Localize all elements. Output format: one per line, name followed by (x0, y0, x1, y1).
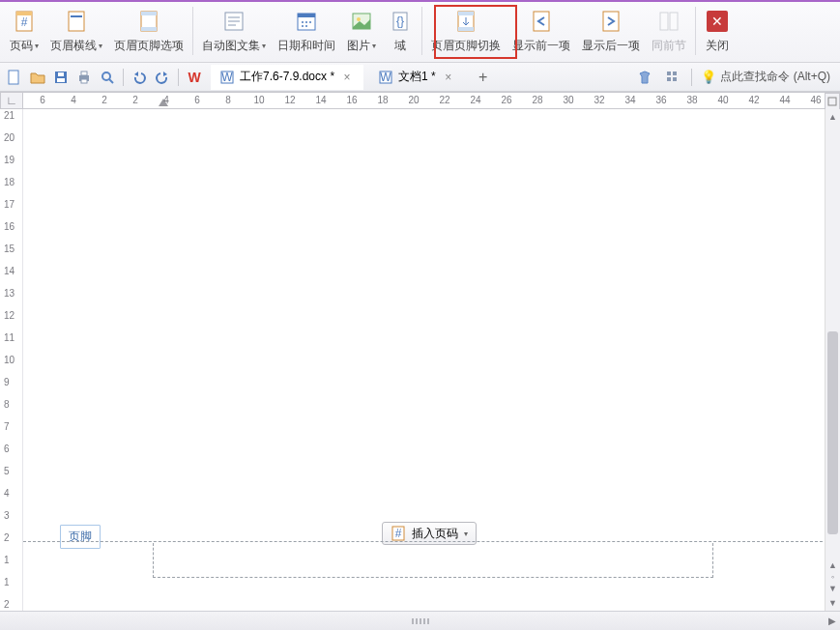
status-bar: ▶ (0, 611, 840, 630)
ruler-corner[interactable]: ∟ (0, 92, 23, 109)
ruler-tick: 26 (501, 95, 511, 105)
header-footer-options-button[interactable]: 页眉页脚选项 (108, 2, 189, 60)
tab-close-button[interactable]: × (442, 71, 455, 84)
svg-rect-26 (458, 27, 474, 31)
vertical-scrollbar[interactable]: ▲ ▲ ◦ ▼ ▼ (825, 109, 840, 611)
close-icon: ✕ (705, 9, 730, 34)
ruler-tick: 18 (4, 177, 14, 187)
svg-line-39 (109, 79, 113, 83)
svg-rect-29 (660, 13, 668, 30)
show-next-label: 显示后一项 (582, 38, 640, 54)
svg-rect-13 (298, 14, 315, 17)
header-footer-options-icon (136, 9, 161, 34)
ruler-tick: 2 (101, 95, 107, 105)
ruler-row: ∟ 64224681012141618202224262830323436384… (0, 92, 840, 109)
splitter-grip[interactable] (401, 618, 440, 624)
hf-switch-button[interactable]: 页眉页脚切换 (425, 2, 507, 60)
svg-rect-33 (57, 78, 65, 82)
scroll-up-button[interactable]: ▲ (826, 109, 840, 125)
skin-button[interactable] (634, 67, 655, 88)
qat-separator (691, 69, 692, 86)
word-doc-icon: W (379, 71, 392, 84)
svg-rect-30 (670, 13, 678, 30)
hscroll-right-button[interactable]: ▶ (828, 616, 836, 626)
ruler-tick: 12 (284, 95, 295, 105)
svg-rect-47 (673, 77, 677, 81)
redo-button[interactable] (152, 67, 173, 88)
ruler-tick: 6 (40, 95, 45, 105)
dropdown-arrow-icon: ▾ (262, 42, 266, 50)
field-label: 域 (394, 38, 406, 54)
ruler-tick: 20 (4, 132, 14, 143)
footer-boundary-line (23, 541, 823, 542)
horizontal-ruler[interactable]: 6422468101214161820222426283032343638404… (23, 92, 825, 109)
header-hline-button[interactable]: 页眉横线▾ (44, 2, 108, 60)
svg-rect-3 (69, 12, 84, 31)
svg-point-21 (357, 17, 361, 21)
svg-rect-36 (81, 72, 87, 75)
tab-doc1[interactable]: W 工作7.6-7.9.docx * × (211, 65, 363, 90)
undo-button[interactable] (129, 67, 150, 88)
same-prev-button[interactable]: 同前节 (646, 2, 692, 60)
page-nav: ▲ ◦ ▼ (826, 560, 840, 593)
scrollbar-thumb[interactable] (827, 331, 838, 534)
page-number-button[interactable]: # 页码▾ (4, 2, 44, 60)
footer-edit-region[interactable] (153, 543, 713, 578)
ruler-tick: 38 (686, 95, 697, 105)
picture-button[interactable]: 图片▾ (341, 2, 382, 60)
date-time-button[interactable]: 日期和时间 (272, 2, 341, 60)
open-button[interactable] (27, 67, 48, 88)
dropdown-arrow-icon: ▾ (372, 42, 376, 50)
side-panel-toggle[interactable] (825, 93, 840, 110)
prev-page-button[interactable]: ▲ (828, 560, 837, 570)
new-button[interactable] (4, 67, 25, 88)
wps-logo[interactable]: W (184, 67, 205, 88)
header-hline-label: 页眉横线 (50, 38, 97, 54)
svg-point-19 (305, 25, 307, 27)
svg-rect-28 (603, 12, 619, 31)
field-button[interactable]: {} 域 (382, 2, 419, 60)
autotext-button[interactable]: 自动图文集▾ (196, 2, 272, 60)
same-prev-label: 同前节 (652, 38, 686, 54)
page-number-icon: # (12, 9, 37, 34)
svg-rect-27 (534, 12, 549, 31)
save-button[interactable] (50, 67, 72, 88)
ruler-tick: 7 (4, 421, 10, 432)
ruler-tick: 36 (655, 95, 666, 105)
ruler-tick: 11 (4, 332, 14, 343)
footer-tag[interactable]: 页脚 (60, 525, 101, 549)
vertical-ruler[interactable]: 21201918171615141312111098765432112 (0, 109, 23, 611)
new-tab-button[interactable]: + (473, 67, 494, 88)
tab-doc1-label: 工作7.6-7.9.docx * (240, 69, 334, 85)
close-hf-button[interactable]: ✕ 关闭 (699, 2, 736, 60)
dropdown-arrow-icon: ▾ (464, 530, 468, 538)
page-select-button[interactable]: ◦ (831, 572, 834, 582)
ruler-tick: 2 (132, 95, 138, 105)
show-prev-button[interactable]: 显示前一项 (507, 2, 576, 60)
header-footer-options-label: 页眉页脚选项 (114, 38, 184, 54)
svg-rect-46 (667, 77, 671, 81)
ruler-tick: 2 (4, 532, 10, 543)
ruler-tick: 13 (4, 288, 14, 299)
print-preview-button[interactable] (97, 67, 118, 88)
qat-separator (123, 69, 124, 86)
ribbon-separator (421, 7, 422, 55)
show-prev-label: 显示前一项 (512, 38, 570, 54)
svg-rect-37 (81, 79, 87, 83)
settings-button[interactable] (661, 67, 682, 88)
svg-rect-25 (458, 12, 474, 15)
page-number-label: 页码 (10, 38, 33, 54)
svg-text:#: # (395, 527, 402, 540)
tab-close-button[interactable]: × (340, 71, 354, 84)
find-command-button[interactable]: 💡 点此查找命令 (Alt+Q) (701, 69, 836, 85)
dropdown-arrow-icon: ▾ (35, 42, 39, 50)
scroll-down-button[interactable]: ▼ (826, 595, 840, 611)
ruler-tick: 2 (4, 599, 10, 610)
print-button[interactable] (73, 67, 95, 88)
next-page-button[interactable]: ▼ (828, 584, 837, 593)
show-next-button[interactable]: 显示后一项 (576, 2, 646, 60)
ruler-tick: 34 (624, 95, 635, 105)
tab-doc2[interactable]: W 文档1 * × (369, 65, 465, 90)
ruler-tick: 14 (4, 266, 14, 276)
svg-rect-45 (673, 72, 677, 75)
